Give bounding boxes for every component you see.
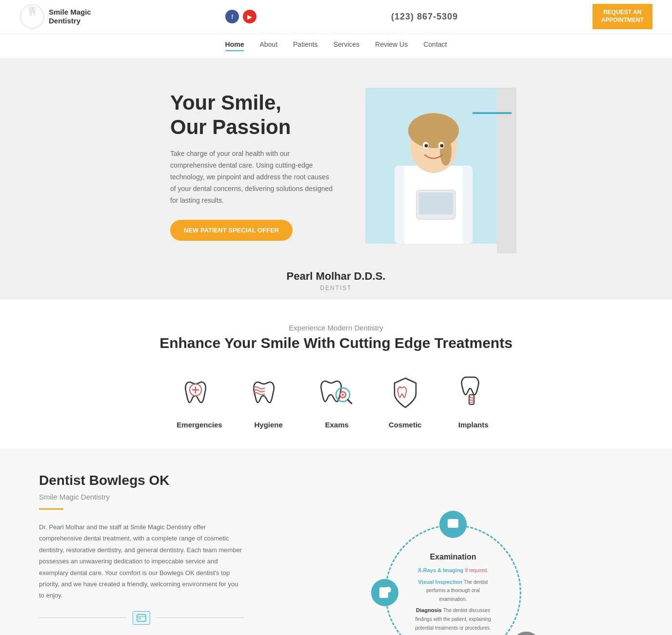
- xray-label: X-Rays & Imaging: [418, 567, 464, 573]
- logo-icon: 🦷: [20, 4, 45, 29]
- node-person: [512, 632, 541, 635]
- about-underline: [39, 508, 63, 510]
- svg-line-21: [348, 400, 352, 404]
- diagram-area: Examination X-Rays & Imaging If required…: [273, 473, 633, 635]
- doctor-name: Pearl Molhar D.D.S.: [0, 270, 672, 283]
- hero-heading: Your Smile, Our Passion: [170, 91, 336, 140]
- svg-text:🦷: 🦷: [27, 6, 38, 17]
- svg-point-20: [342, 394, 344, 396]
- doctor-info: Pearl Molhar D.D.S. DENTIST: [0, 258, 672, 299]
- cosmetic-label: Cosmetic: [389, 421, 422, 429]
- cosmetic-icon: [383, 371, 427, 415]
- service-cosmetic[interactable]: Cosmetic: [383, 371, 427, 429]
- nav-home[interactable]: Home: [225, 40, 244, 51]
- about-text: Dentist Bowlegs OK Smile Magic Dentistry…: [39, 473, 244, 635]
- appointment-button[interactable]: REQUEST AN APPOINTMENT: [593, 4, 652, 29]
- social-icons: f ▶: [225, 10, 257, 23]
- svg-point-11: [425, 144, 428, 148]
- exams-label: Exams: [325, 421, 349, 429]
- hero-image-wrap: [365, 88, 502, 244]
- emergencies-label: Emergencies: [177, 421, 222, 429]
- youtube-icon[interactable]: ▶: [243, 10, 257, 23]
- hero-description: Take charge of your oral health with our…: [170, 148, 336, 206]
- diagnosis-label: Diagnosis: [416, 608, 442, 614]
- nav-patients[interactable]: Patients: [293, 40, 318, 51]
- divider-line-left: [39, 617, 127, 618]
- nav-review[interactable]: Review Us: [375, 40, 408, 51]
- examination-center: Examination X-Rays & Imaging If required…: [414, 553, 492, 632]
- divider-line-right: [156, 617, 244, 618]
- examination-diagram: Examination X-Rays & Imaging If required…: [375, 515, 531, 635]
- nav-about[interactable]: About: [259, 40, 277, 51]
- navigation: Home About Patients Services Review Us C…: [0, 34, 672, 58]
- services-grid: Emergencies Hygiene: [20, 371, 652, 429]
- svg-rect-30: [138, 617, 141, 619]
- svg-rect-14: [419, 192, 453, 214]
- diagram-title: Examination: [414, 553, 492, 561]
- nav-contact[interactable]: Contact: [423, 40, 447, 51]
- service-emergencies[interactable]: Emergencies: [177, 371, 222, 429]
- doctor-title: DENTIST: [0, 285, 672, 291]
- xray-detail: If required.: [465, 568, 488, 573]
- nav-services[interactable]: Services: [334, 40, 360, 51]
- new-patient-button[interactable]: NEW PATIENT SPECIAL OFFER: [170, 220, 293, 241]
- divider-icon: [133, 611, 150, 625]
- about-paragraph-1: Dr. Pearl Molhar and the staff at Smile …: [39, 521, 244, 601]
- visual-label: Visual Inspection: [418, 579, 462, 585]
- logo-text: Smile Magic Dentistry: [49, 8, 91, 25]
- node-left: [371, 579, 398, 606]
- services-heading: Enhance Your Smile With Cutting Edge Tre…: [20, 335, 652, 351]
- hero-section: Your Smile, Our Passion Take charge of y…: [0, 58, 672, 258]
- hygiene-label: Hygiene: [255, 421, 283, 429]
- about-divider: [39, 611, 244, 625]
- hero-doctor-image: [365, 88, 502, 244]
- logo-area: 🦷 Smile Magic Dentistry: [20, 4, 91, 29]
- phone-number[interactable]: (123) 867-5309: [391, 12, 458, 22]
- top-bar: 🦷 Smile Magic Dentistry f ▶ (123) 867-53…: [0, 0, 672, 34]
- about-section: Dentist Bowlegs OK Smile Magic Dentistry…: [0, 448, 672, 635]
- facebook-icon[interactable]: f: [225, 10, 239, 23]
- svg-rect-28: [137, 615, 146, 621]
- teal-accent-line: [473, 112, 512, 114]
- service-implants[interactable]: Implants: [452, 371, 495, 429]
- hero-text: Your Smile, Our Passion Take charge of y…: [170, 91, 336, 241]
- service-exams[interactable]: Exams: [315, 371, 359, 429]
- service-hygiene[interactable]: Hygiene: [247, 371, 291, 429]
- services-subtitle: Experience Modern Dentistry: [20, 324, 652, 332]
- emergencies-icon: [178, 371, 221, 415]
- clinic-name: Smile Magic Dentistry: [39, 490, 244, 503]
- svg-point-7: [408, 113, 459, 148]
- hygiene-icon: [247, 371, 291, 415]
- exams-icon: [315, 371, 359, 415]
- svg-point-8: [440, 136, 452, 166]
- node-top: [439, 511, 467, 538]
- implants-label: Implants: [458, 421, 489, 429]
- svg-point-12: [440, 144, 444, 148]
- about-heading: Dentist Bowlegs OK: [39, 473, 244, 488]
- implants-icon: [452, 371, 495, 415]
- services-section: Experience Modern Dentistry Enhance Your…: [0, 299, 672, 448]
